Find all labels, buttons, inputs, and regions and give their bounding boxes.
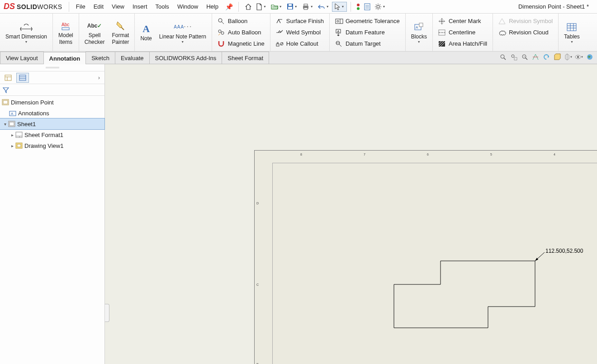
filter-bar	[0, 84, 104, 96]
tab-sketch[interactable]: Sketch	[85, 52, 115, 64]
previous-view-button[interactable]: ←	[520, 52, 529, 61]
blocks-button[interactable]: A Blocks ▼	[408, 14, 430, 50]
menu-window[interactable]: Window	[173, 0, 202, 13]
app-logo: DS SOLIDWORKS	[0, 0, 66, 13]
datum-feature-button[interactable]: A Datum Feature	[332, 27, 403, 38]
view-orientation-button[interactable]	[542, 52, 551, 61]
svg-line-58	[504, 58, 506, 60]
rebuild-button[interactable]	[355, 2, 362, 11]
ribbon-group-dimension: Smart Dimension ▼	[0, 14, 53, 51]
datum-feature-icon: A	[335, 29, 343, 36]
smart-dimension-button[interactable]: Smart Dimension ▼	[3, 14, 50, 50]
zoom-fit-button[interactable]	[498, 52, 507, 61]
separator	[69, 2, 69, 12]
surface-finish-icon	[276, 18, 284, 25]
apply-scene-button[interactable]	[585, 52, 594, 61]
svg-line-62	[526, 58, 527, 60]
balloon-button[interactable]: Balloon	[215, 16, 267, 27]
magnetic-line-button[interactable]: Magnetic Line	[215, 38, 267, 49]
display-style-button[interactable]	[553, 52, 562, 61]
dimension-icon	[19, 21, 33, 33]
tree-root[interactable]: Dimension Point	[0, 97, 104, 108]
new-button[interactable]: ▼	[254, 2, 268, 12]
property-manager-tab[interactable]	[16, 73, 29, 83]
hide-show-button[interactable]: ▼	[564, 52, 573, 61]
pin-menu-icon[interactable]: 📌	[223, 3, 236, 10]
file-properties-button[interactable]	[363, 2, 372, 11]
save-icon	[287, 3, 294, 10]
revision-cloud-button[interactable]: Revision Cloud	[496, 27, 555, 38]
center-mark-button[interactable]: Center Mark	[436, 16, 490, 27]
filter-icon[interactable]	[3, 87, 9, 93]
svg-point-57	[501, 55, 504, 58]
revision-symbol-button[interactable]: Revision Symbol	[496, 16, 555, 27]
weld-symbol-button[interactable]: Weld Symbol	[273, 27, 327, 38]
open-button[interactable]: ▼	[269, 2, 284, 11]
tree-annotations[interactable]: A Annotations	[0, 108, 104, 118]
section-view-button[interactable]	[531, 52, 540, 61]
undo-button[interactable]: ▼	[316, 2, 331, 11]
tab-annotation[interactable]: Annotation	[43, 52, 86, 64]
format-painter-button[interactable]: Format Painter	[109, 14, 132, 50]
menu-bar: DS SOLIDWORKS File Edit View Insert Tool…	[0, 0, 597, 14]
select-button[interactable]: ▼	[332, 2, 347, 12]
paintbrush-icon	[116, 19, 125, 32]
ribbon-group-blocks: A Blocks ▼	[406, 14, 433, 51]
tree-sheet-format[interactable]: ▸ Sheet Format1	[0, 129, 104, 140]
revision-symbol-icon	[498, 18, 507, 24]
tab-sheet-format[interactable]: Sheet Format	[222, 52, 269, 64]
save-button[interactable]: ▼	[285, 2, 299, 11]
chevron-down-icon: ▼	[383, 5, 386, 8]
edit-appearance-button[interactable]: ▼	[574, 52, 583, 61]
svg-rect-77	[3, 100, 8, 104]
svg-rect-28	[276, 44, 279, 46]
svg-point-32	[337, 20, 339, 22]
quick-access-toolbar: ▼ ▼ ▼ ▼ ▼ ▼ ▼	[242, 0, 389, 13]
menu-file[interactable]: File	[72, 0, 90, 13]
revision-cloud-icon	[498, 29, 507, 36]
svg-rect-4	[304, 4, 308, 6]
expand-tabs-icon[interactable]: ›	[95, 74, 103, 81]
menu-insert[interactable]: Insert	[128, 0, 152, 13]
linear-note-pattern-button[interactable]: AAA• • • Linear Note Pattern ▼	[156, 14, 209, 50]
panel-drag-handle[interactable]	[46, 67, 59, 68]
drawing-icon	[2, 99, 10, 105]
zoom-area-button[interactable]	[509, 52, 518, 61]
separator	[351, 2, 351, 12]
manager-tabs: ›	[0, 71, 104, 84]
surface-finish-button[interactable]: Surface Finish	[273, 16, 327, 27]
menu-tools[interactable]: Tools	[152, 0, 173, 13]
area-hatch-button[interactable]: Area Hatch/Fill	[436, 38, 490, 49]
menu-edit[interactable]: Edit	[90, 0, 108, 13]
print-button[interactable]: ▼	[300, 2, 315, 11]
print-icon	[302, 4, 309, 10]
menu-help[interactable]: Help	[202, 0, 223, 13]
tree-sheet1[interactable]: ▾ Sheet1	[0, 118, 104, 129]
svg-point-27	[221, 32, 224, 34]
options-button[interactable]: ▼	[373, 2, 388, 12]
home-button[interactable]	[243, 2, 253, 11]
expand-toggle-icon[interactable]: ▸	[9, 143, 15, 148]
geometric-tolerance-button[interactable]: Geometric Tolerance	[332, 16, 403, 27]
tables-button[interactable]: Tables ▼	[561, 14, 583, 50]
model-items-button[interactable]: Abc Model Items	[56, 14, 76, 50]
svg-rect-60	[514, 57, 517, 60]
dimension-point-value[interactable]: 112.500,52.500	[545, 248, 583, 254]
tab-view-layout[interactable]: View Layout	[0, 52, 44, 64]
tab-addins[interactable]: SOLIDWORKS Add-Ins	[149, 52, 223, 64]
drawing-canvas[interactable]: 8 7 6 5 4 3 2 D C B 112.500,52.500	[105, 64, 597, 364]
collapse-toggle-icon[interactable]: ▾	[2, 122, 8, 127]
balloon-icon	[218, 18, 226, 25]
datum-target-button[interactable]: Datum Target	[332, 38, 403, 49]
centerline-button[interactable]: Centerline	[436, 27, 490, 38]
tab-evaluate[interactable]: Evaluate	[115, 52, 150, 64]
hole-callout-button[interactable]: Hole Callout	[273, 38, 327, 49]
menu-view[interactable]: View	[108, 0, 128, 13]
feature-manager-tab[interactable]	[2, 73, 14, 83]
spell-checker-button[interactable]: Abc✓ Spell Checker	[82, 14, 108, 50]
auto-balloon-button[interactable]: Auto Balloon	[215, 27, 267, 38]
expand-toggle-icon[interactable]: ▸	[9, 132, 15, 137]
note-button[interactable]: A Note	[137, 14, 154, 50]
model-items-icon: Abc	[60, 19, 71, 32]
tree-drawing-view[interactable]: ▸ Drawing View1	[0, 140, 104, 151]
